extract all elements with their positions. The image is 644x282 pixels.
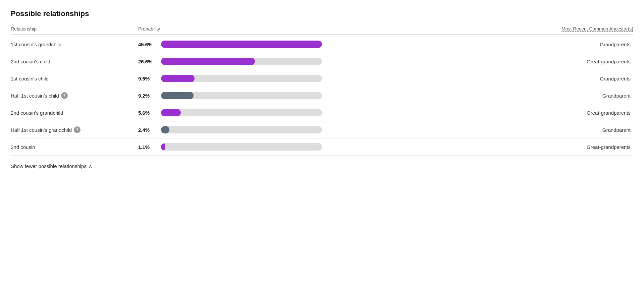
header-mrca: Most Recent Common Ancestor(s) (326, 26, 633, 32)
show-fewer-button[interactable]: Show fewer possible relationships ∧ (11, 163, 92, 169)
header-probability: Probability (138, 26, 326, 32)
probability-value: 1.1% (138, 144, 156, 150)
mrca-cell: Great-grandparents (326, 110, 633, 116)
probability-bar-track (161, 92, 322, 99)
probability-value: 45.6% (138, 42, 156, 47)
probability-value: 26.6% (138, 59, 156, 64)
relationship-cell: 2nd cousin's grandchild (11, 110, 138, 116)
page-container: Possible relationships Relationship Prob… (0, 0, 644, 282)
relationship-cell: 2nd cousin's child (11, 59, 138, 64)
mrca-cell: Grandparents (326, 42, 633, 47)
relationship-cell: 2nd cousin (11, 144, 138, 150)
probability-bar-track (161, 41, 322, 48)
table-row: 1st cousin's grandchild45.6%Grandparents (11, 36, 633, 53)
relationship-cell: Half 1st cousin's grandchild? (11, 126, 138, 133)
mrca-cell: Great-grandparents (326, 59, 633, 64)
relationship-cell: 1st cousin's grandchild (11, 42, 138, 47)
page-title: Possible relationships (11, 9, 633, 18)
table-row: 2nd cousin's grandchild5.6%Great-grandpa… (11, 104, 633, 121)
relationship-label: 2nd cousin's grandchild (11, 110, 63, 116)
probability-bar-fill (161, 75, 195, 82)
mrca-cell: Great-grandparents (326, 144, 633, 150)
table-header: Relationship Probability Most Recent Com… (11, 26, 633, 35)
relationship-label: 1st cousin's grandchild (11, 42, 61, 47)
help-badge[interactable]: ? (74, 126, 80, 133)
probability-bar-track (161, 109, 322, 116)
relationship-label: 2nd cousin's child (11, 59, 50, 64)
mrca-cell: Grandparents (326, 76, 633, 81)
probability-bar-fill (161, 41, 322, 48)
show-fewer-label: Show fewer possible relationships (11, 163, 87, 169)
probability-bar-track (161, 126, 322, 133)
probability-cell: 1.1% (138, 143, 326, 151)
table-row: 1st cousin's child9.5%Grandparents (11, 70, 633, 87)
probability-bar-track (161, 75, 322, 82)
probability-bar-fill (161, 58, 255, 65)
probability-cell: 5.6% (138, 109, 326, 116)
probability-value: 5.6% (138, 110, 156, 116)
probability-bar-fill (161, 92, 194, 99)
table-body: 1st cousin's grandchild45.6%Grandparents… (11, 36, 633, 156)
probability-cell: 45.6% (138, 41, 326, 48)
probability-bar-fill (161, 126, 169, 133)
probability-bar-fill (161, 143, 165, 151)
probability-cell: 26.6% (138, 58, 326, 65)
relationship-cell: 1st cousin's child (11, 76, 138, 81)
relationship-cell: Half 1st cousin's child? (11, 92, 138, 99)
probability-value: 2.4% (138, 127, 156, 133)
probability-cell: 9.2% (138, 92, 326, 99)
table-row: Half 1st cousin's child?9.2%Grandparent (11, 87, 633, 104)
chevron-up-icon: ∧ (89, 163, 92, 169)
relationship-label: 1st cousin's child (11, 76, 49, 81)
header-relationship: Relationship (11, 26, 138, 32)
probability-cell: 2.4% (138, 126, 326, 133)
probability-cell: 9.5% (138, 75, 326, 82)
probability-value: 9.2% (138, 93, 156, 99)
probability-bar-track (161, 143, 322, 151)
table-row: 2nd cousin's child26.6%Great-grandparent… (11, 53, 633, 70)
help-badge[interactable]: ? (61, 92, 68, 99)
probability-value: 9.5% (138, 76, 156, 81)
relationships-table: Relationship Probability Most Recent Com… (11, 26, 633, 156)
probability-bar-fill (161, 109, 181, 116)
mrca-cell: Grandparent (326, 93, 633, 99)
table-row: 2nd cousin1.1%Great-grandparents (11, 138, 633, 156)
relationship-label: 2nd cousin (11, 144, 35, 150)
relationship-label: Half 1st cousin's child (11, 93, 59, 99)
probability-bar-track (161, 58, 322, 65)
mrca-cell: Grandparent (326, 127, 633, 133)
table-row: Half 1st cousin's grandchild?2.4%Grandpa… (11, 121, 633, 138)
relationship-label: Half 1st cousin's grandchild (11, 127, 72, 133)
